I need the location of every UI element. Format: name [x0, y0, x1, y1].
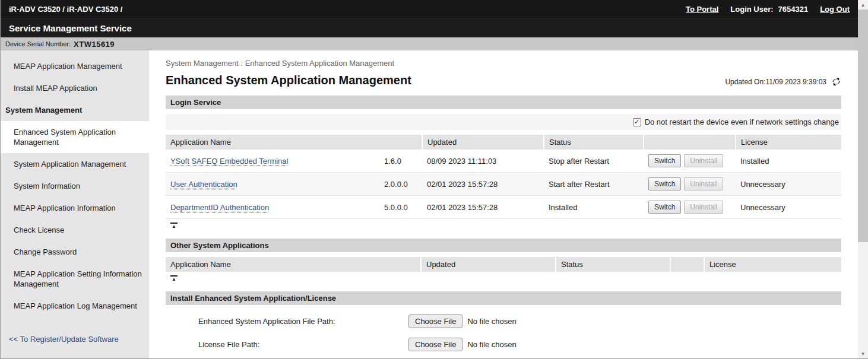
page-title: Enhanced System Application Management: [166, 74, 411, 87]
col-application-name: Application Name: [166, 135, 422, 150]
breadcrumb: System Management : Enhanced System Appl…: [166, 59, 841, 68]
sidebar-item-meap-application-setting-information-management[interactable]: MEAP Application Setting Information Man…: [1, 263, 149, 295]
app-updated: 02/01 2023 15:57:28: [422, 173, 544, 196]
table-row: YSoft SAFEQ Embedded Terminal 1.6.0 08/0…: [166, 150, 841, 173]
sidebar-item-meap-application-information[interactable]: MEAP Application Information: [1, 197, 149, 219]
section-install-enhanced-system-application: Install Enhanced System Application/Lice…: [166, 291, 841, 305]
sidebar-item-enhanced-system-application-management[interactable]: Enhanced System Application Management: [1, 121, 149, 153]
table-row: User Authentication 2.0.0.0 02/01 2023 1…: [166, 173, 841, 196]
scrollbar-down-arrow[interactable]: ▼: [858, 349, 868, 358]
smls-page: iR-ADV C3520 / iR-ADV C3520 / To Portal …: [0, 0, 868, 359]
sidebar-item-install-meap-application[interactable]: Install MEAP Application: [1, 77, 149, 99]
uninstall-button: Uninstall: [684, 201, 723, 214]
other-system-applications-table: Application Name Updated Status License: [166, 257, 841, 272]
sidebar-item-system-application-management[interactable]: System Application Management: [1, 153, 149, 175]
service-title-bar: Service Management Service: [1, 18, 858, 37]
sidebar-item-meap-application-log-management[interactable]: MEAP Application Log Management: [1, 295, 149, 317]
col-status: Status: [544, 135, 644, 150]
app-updated: 02/01 2023 15:57:28: [422, 196, 544, 219]
choose-file-button-license[interactable]: Choose File: [408, 338, 462, 351]
no-restart-checkbox-row: Do not restart the device even if networ…: [166, 114, 841, 130]
license-file-path-row: License File Path: Choose File No file c…: [198, 338, 841, 351]
section-other-system-applications: Other System Applications: [166, 239, 841, 252]
app-file-path-row: Enhanced System Application File Path: C…: [198, 314, 841, 328]
choose-file-button-app[interactable]: Choose File: [408, 314, 462, 328]
col-application-name: Application Name: [166, 257, 421, 272]
file-chosen-status: No file chosen: [467, 317, 516, 326]
app-license: Installed: [736, 150, 841, 173]
sidebar-item-meap-application-management[interactable]: MEAP Application Management: [1, 55, 149, 77]
login-user-value: 7654321: [778, 5, 809, 14]
col-license: License: [736, 135, 841, 150]
sidebar-section-system-management: System Management: [1, 99, 149, 121]
app-updated: 08/09 2023 11:11:03: [422, 150, 544, 173]
col-actions: [644, 135, 736, 150]
app-license: Unnecessary: [736, 196, 841, 219]
top-bar: iR-ADV C3520 / iR-ADV C3520 / To Portal …: [1, 0, 858, 18]
scrollbar-up-arrow[interactable]: ▲: [858, 0, 868, 9]
app-file-path-label: Enhanced System Application File Path:: [198, 314, 408, 326]
app-version: 2.0.0.0: [379, 173, 422, 196]
app-status: Stop after Restart: [544, 150, 644, 173]
sidebar-item-system-information[interactable]: System Information: [1, 175, 149, 197]
login-service-table-header: Application Name Updated Status License: [166, 135, 841, 150]
no-restart-checkbox[interactable]: [633, 118, 641, 126]
scrollbar-thumb[interactable]: [858, 9, 868, 242]
no-restart-checkbox-label: Do not restart the device even if networ…: [645, 117, 839, 126]
login-service-table: Application Name Updated Status License …: [166, 135, 841, 219]
table-row: DepartmentID Authentication 5.0.0.0 02/0…: [166, 196, 841, 219]
col-updated: Updated: [422, 135, 544, 150]
uninstall-button: Uninstall: [684, 154, 723, 167]
vertical-scrollbar[interactable]: ▲ ▼: [858, 0, 868, 358]
app-link-user-authentication[interactable]: User Authentication: [170, 180, 237, 189]
col-updated: Updated: [421, 257, 556, 272]
service-title: Service Management Service: [9, 23, 132, 33]
sidebar-item-change-password[interactable]: Change Password: [1, 241, 149, 263]
scroll-to-top-icon[interactable]: ▲: [170, 275, 178, 282]
app-version: 1.6.0: [379, 150, 422, 173]
app-version: 5.0.0.0: [379, 196, 422, 219]
switch-button[interactable]: Switch: [648, 177, 681, 190]
app-link-ysoft-safeq[interactable]: YSoft SAFEQ Embedded Terminal: [170, 157, 288, 166]
main-content: System Management : Enhanced System Appl…: [149, 50, 858, 359]
refresh-icon[interactable]: [831, 77, 841, 86]
sidebar-item-check-license[interactable]: Check License: [1, 219, 149, 241]
switch-button[interactable]: Switch: [648, 201, 681, 214]
login-user-label: Login User:: [730, 5, 773, 14]
app-status: Installed: [544, 196, 644, 219]
section-login-service: Login Service: [166, 96, 841, 109]
other-apps-table-header: Application Name Updated Status License: [166, 257, 841, 272]
to-portal-link[interactable]: To Portal: [686, 5, 718, 14]
uninstall-button: Uninstall: [684, 177, 723, 190]
col-actions: [670, 257, 704, 272]
app-license: Unnecessary: [736, 173, 841, 196]
app-link-departmentid-authentication[interactable]: DepartmentID Authentication: [170, 203, 269, 212]
license-file-path-label: License File Path:: [198, 338, 408, 349]
sidebar: MEAP Application Management Install MEAP…: [1, 50, 149, 359]
file-chosen-status: No file chosen: [467, 340, 516, 349]
serial-label: Device Serial Number:: [5, 40, 71, 47]
login-user: Login User: 7654321: [730, 5, 808, 14]
app-status: Start after Restart: [544, 173, 644, 196]
logout-link[interactable]: Log Out: [820, 5, 850, 14]
serial-bar: Device Serial Number: XTW15619: [1, 37, 858, 50]
col-license: License: [704, 257, 841, 272]
serial-value: XTW15619: [74, 40, 115, 49]
register-update-software-link[interactable]: << To Register/Update Software: [9, 335, 149, 344]
device-title: iR-ADV C3520 / iR-ADV C3520 /: [9, 5, 122, 14]
switch-button[interactable]: Switch: [648, 154, 681, 167]
col-status: Status: [556, 257, 670, 272]
updated-on-text: Updated On:11/09 2023 9:39:03: [725, 78, 826, 86]
scroll-to-top-icon[interactable]: ▲: [170, 223, 178, 229]
